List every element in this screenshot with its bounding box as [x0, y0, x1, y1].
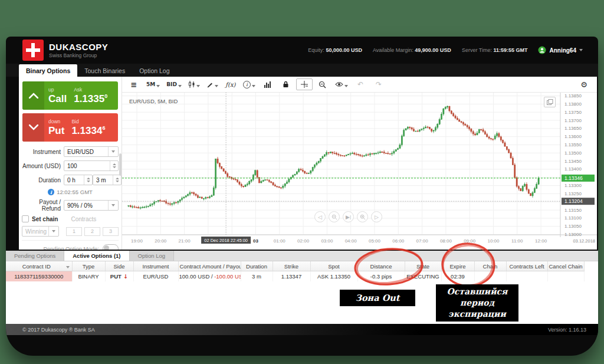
svg-text:1.13250: 1.13250 [564, 191, 582, 196]
column-header: Contract Amount / Payout [178, 261, 241, 271]
table-cell: ASK 1.13350 [310, 271, 357, 282]
timeframe-select[interactable]: 5M [144, 78, 162, 90]
put-button[interactable]: down Put Bid 1.13346 [22, 113, 118, 142]
server-time-stat: Server Time: 11:59:55 GMT [462, 47, 528, 53]
column-header: Instrument [133, 261, 178, 271]
candlestick-chart[interactable]: 1.138501.138001.137501.137001.136501.136… [122, 93, 597, 250]
contracts-label: Contracts [71, 216, 96, 222]
tab-active-options-1-[interactable]: Active Options (1) [64, 251, 129, 261]
equity-label: Equity: [308, 47, 324, 53]
tab-binary-options[interactable]: Binary Options [19, 64, 77, 77]
gear-icon[interactable]: ⚙ [576, 78, 592, 90]
tab-option-log[interactable]: Option Log [130, 251, 174, 261]
tab-touch-binaries[interactable]: Touch Binaries [77, 64, 132, 77]
call-price: 1.13350 [74, 94, 107, 104]
panel-scrollbar[interactable] [119, 153, 122, 176]
svg-text:03:00: 03:00 [321, 238, 333, 244]
chart-type-icon[interactable] [186, 78, 202, 90]
chart-nav-controls: ◁ ▶| ▷ [314, 211, 382, 222]
account-stats: Equity: 50,000.00 USD Available Margin: … [308, 46, 598, 54]
expiry-time-text: 12:02:55 GMT [57, 189, 93, 195]
info-circle-icon[interactable]: i [241, 78, 258, 90]
pan-right-icon[interactable]: ▷ [371, 211, 382, 222]
duration-minutes-stepper[interactable] [113, 175, 121, 185]
payout-label: Payout / Refund [22, 199, 61, 212]
expiry-period-annotation: Оставшийся период экспирации [436, 284, 518, 322]
chart-popup-icon[interactable] [544, 97, 556, 107]
svg-text:02 Dec 2018 22:45:00: 02 Dec 2018 22:45:00 [204, 238, 248, 243]
svg-text:1.13050: 1.13050 [564, 224, 582, 229]
column-header: Distance [357, 261, 405, 271]
duration-minutes-input[interactable]: 3 m [93, 175, 122, 185]
amount-input[interactable]: 100 [64, 160, 119, 171]
zoom-in-circle-icon[interactable] [357, 211, 368, 222]
svg-text:1.13100: 1.13100 [564, 215, 582, 221]
page-background: { "colors":{"accent_green":"#58a51d","ac… [0, 0, 604, 364]
price-type-select[interactable]: BID [164, 78, 184, 90]
payout-select[interactable]: 90% / 0% [64, 200, 119, 211]
table-cell: EXECUTING [405, 271, 441, 282]
call-action-label: Call [48, 94, 67, 104]
table-row[interactable]: 1183371159330000BINARYPUT ↓EUR/USD100.00… [6, 271, 584, 282]
duration-hours-stepper[interactable] [84, 175, 92, 185]
table-cell: EUR/USD [133, 271, 178, 282]
histogram-icon[interactable] [260, 78, 276, 90]
svg-text:06:00: 06:00 [392, 238, 405, 244]
info-icon: i [48, 189, 54, 195]
margin-value: 49,900.00 USD [415, 47, 451, 53]
winning-select[interactable]: Winning [22, 226, 59, 237]
contract-steps: 123 [64, 227, 119, 236]
formula-icon[interactable]: ƒ(x) [222, 78, 239, 90]
pan-left-icon[interactable]: ◁ [314, 211, 326, 222]
column-header: Type [72, 261, 105, 271]
call-button[interactable]: up Call Ask 1.13350 [22, 81, 118, 110]
svg-text:21:00: 21:00 [179, 238, 191, 244]
server-time-value: 11:59:55 GMT [493, 47, 527, 53]
jump-to-end-icon[interactable]: ▶| [343, 211, 354, 222]
equity-stat: Equity: 50,000.00 USD [308, 47, 362, 53]
user-menu[interactable]: Anning64 [538, 46, 583, 54]
amount-stepper[interactable] [110, 161, 118, 170]
svg-text:1.13550: 1.13550 [564, 142, 582, 147]
put-action-label: Put [48, 126, 64, 136]
svg-text:04:00: 04:00 [345, 238, 357, 244]
set-chain-checkbox[interactable] [22, 215, 29, 222]
tab-pending-options[interactable]: Pending Options [6, 251, 64, 261]
call-price-side: Ask [74, 87, 107, 93]
svg-text:20:00: 20:00 [155, 238, 167, 244]
dukascopy-logo-icon [22, 40, 44, 61]
amount-label: Amount (USD) [22, 163, 61, 169]
username: Anning64 [549, 47, 576, 54]
svg-text:07:00: 07:00 [416, 238, 429, 244]
column-header: Duration [241, 261, 273, 271]
zoom-out-circle-icon[interactable] [329, 211, 340, 222]
eye-icon[interactable] [333, 78, 350, 90]
duration-hours-input[interactable]: 0 h [64, 175, 93, 185]
undo-icon[interactable]: ↶ [352, 78, 369, 90]
svg-text:1.13400: 1.13400 [564, 166, 582, 172]
column-header: State [405, 261, 441, 271]
instrument-select[interactable]: EUR/USD [64, 146, 119, 157]
draw-tool-icon[interactable] [204, 78, 221, 90]
contract-step-box: 1 [66, 227, 82, 236]
set-chain-label: Set chain [32, 216, 58, 222]
svg-text:02:00: 02:00 [297, 238, 310, 244]
tab-option-log[interactable]: Option Log [132, 64, 176, 77]
menu-icon[interactable]: ≡ [126, 78, 142, 90]
put-direction-label: down [48, 119, 64, 124]
chevron-down-icon [579, 49, 583, 51]
column-header: Strike [273, 261, 310, 271]
version-text: Version: 1.16.13 [548, 327, 598, 333]
svg-text:1.13800: 1.13800 [564, 101, 582, 107]
crosshair-icon[interactable] [296, 78, 313, 90]
zoom-out-icon[interactable] [314, 78, 331, 90]
column-header: Chain [474, 261, 506, 271]
filter-caret-icon[interactable] [66, 266, 70, 268]
out-money-annotation: Зона Out Money [340, 290, 415, 306]
redo-icon[interactable]: ↷ [370, 78, 387, 90]
lock-icon[interactable] [278, 78, 294, 90]
main-tab-bar: Binary OptionsTouch BinariesOption Log [6, 64, 598, 77]
instrument-label: Instrument [22, 149, 61, 155]
svg-text:1.13300: 1.13300 [564, 183, 582, 188]
left-gutter [6, 77, 19, 250]
